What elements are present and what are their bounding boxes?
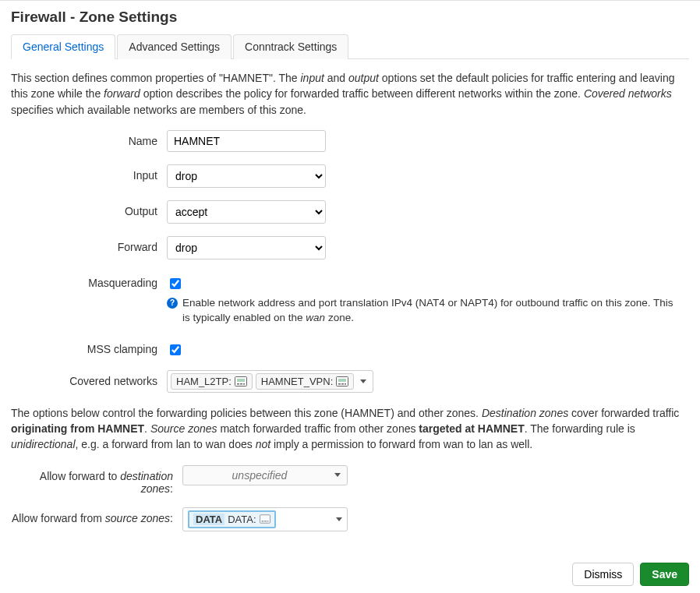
input-select[interactable]: drop [167,164,326,188]
name-input[interactable] [167,130,326,152]
network-device-icon [336,376,348,387]
svg-rect-10 [260,515,270,524]
tab-conntrack[interactable]: Conntrack Settings [233,34,348,59]
destination-zones-select[interactable]: unspecified [182,465,348,485]
label-masquerading: Masquerading [11,272,167,289]
intro-text: This section defines common properties o… [11,70,689,118]
tab-advanced[interactable]: Advanced Settings [117,34,232,59]
forwarding-desc: The options below control the forwarding… [11,405,689,453]
covered-network-tag-2[interactable]: HAMNET_VPN: [256,373,354,390]
chevron-down-icon [336,517,342,521]
svg-rect-9 [345,383,346,385]
source-zones-select[interactable]: DATA DATA: [182,507,348,531]
svg-rect-1 [237,379,245,382]
svg-rect-2 [237,383,239,385]
info-icon: ? [167,298,178,309]
page-title: Firewall - Zone Settings [11,9,689,26]
output-select[interactable]: accept [167,200,326,224]
forward-select[interactable]: drop [167,236,326,259]
chevron-down-icon [334,473,341,477]
svg-rect-7 [338,383,341,385]
label-covered-networks: Covered networks [11,370,167,387]
dismiss-button[interactable]: Dismiss [572,563,634,586]
source-zone-chip[interactable]: DATA DATA: [188,510,276,528]
label-name: Name [11,130,167,147]
mss-checkbox[interactable] [170,344,181,355]
tab-general[interactable]: General Settings [11,34,115,59]
chevron-down-icon [360,379,366,383]
label-input: Input [11,164,167,182]
masquerading-help: ? Enable network address and port transl… [167,296,673,326]
svg-rect-11 [261,521,263,521]
masquerading-checkbox[interactable] [170,278,181,289]
dialog-footer: Dismiss Save [0,552,700,593]
svg-rect-4 [243,383,245,385]
save-button[interactable]: Save [640,563,689,586]
network-device-icon [235,376,247,387]
covered-networks-select[interactable]: HAM_L2TP: HAMNET_VPN: [167,370,373,393]
svg-rect-13 [267,521,268,521]
svg-rect-6 [338,379,346,382]
label-mss: MSS clamping [11,338,167,355]
svg-rect-12 [264,521,267,521]
svg-rect-3 [240,383,242,385]
label-output: Output [11,200,167,217]
covered-network-tag-1[interactable]: HAM_L2TP: [171,373,253,390]
tab-bar: General Settings Advanced Settings Connt… [11,34,689,59]
network-device-icon [260,514,270,524]
label-allow-forward-to: Allow forward to destination zones: [11,465,182,495]
svg-rect-8 [341,383,344,385]
label-allow-forward-from: Allow forward from source zones: [11,507,182,524]
label-forward: Forward [11,236,167,253]
